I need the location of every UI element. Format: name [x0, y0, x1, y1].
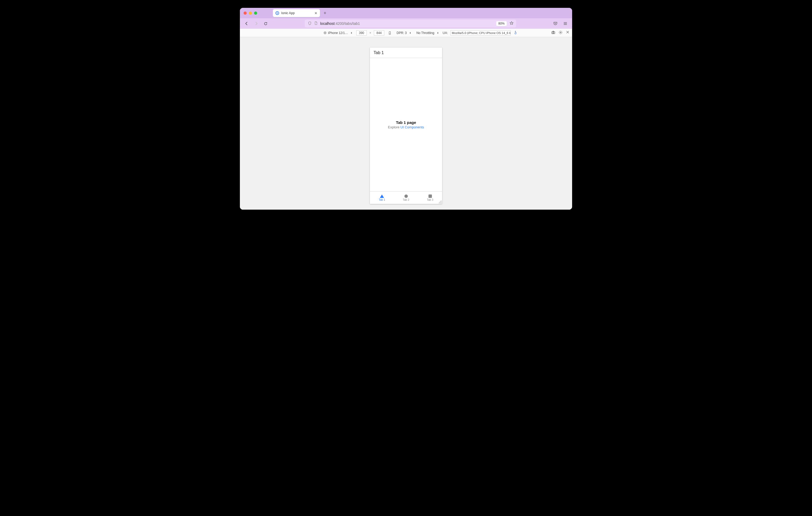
ua-label: UA: [443, 31, 448, 35]
close-tab-button[interactable]: ✕ [314, 11, 317, 15]
close-window-button[interactable] [243, 11, 247, 14]
window-controls [243, 11, 257, 14]
page-icon [314, 22, 318, 26]
touch-simulation-button[interactable] [513, 31, 517, 35]
address-bar: localhost:4200/tabs/tab1 80% [240, 18, 572, 29]
reload-button[interactable] [261, 19, 270, 28]
minimize-window-button[interactable] [249, 11, 252, 14]
device-frame: Tab 1 Tab 1 page Explore UI Components T… [370, 48, 442, 204]
gear-icon [558, 30, 563, 34]
tab-label: Tab 2 [403, 199, 409, 201]
close-rd-button[interactable] [566, 30, 570, 35]
page-heading: Tab 1 page [396, 120, 416, 125]
dimension-separator: × [369, 31, 371, 35]
shield-icon [308, 22, 312, 26]
circle-icon [404, 194, 408, 198]
bookmark-star-icon[interactable] [510, 21, 514, 26]
responsive-design-toolbar: iPhone 12/1… ▲▼ 390 × 844 DPR: 3 ▲▼ No T… [240, 29, 572, 37]
explore-line: Explore UI Components [388, 125, 424, 129]
device-status-icon [324, 31, 326, 34]
tab-strip: Ionic App ✕ + [240, 8, 572, 18]
rotate-icon [388, 31, 392, 35]
rd-settings-button[interactable] [558, 30, 563, 35]
ion-tab-bar: Tab 1 Tab 2 Tab 3 [370, 191, 442, 204]
device-select[interactable]: iPhone 12/1… ▲▼ [322, 30, 354, 35]
tab-label: Tab 1 [379, 199, 385, 201]
ion-header: Tab 1 [370, 48, 442, 58]
dpr-label: DPR: 3 [397, 31, 407, 35]
back-button[interactable] [242, 19, 251, 28]
forward-button[interactable] [252, 19, 260, 28]
svg-point-3 [560, 32, 561, 33]
touch-icon [513, 31, 517, 34]
viewport-width-input[interactable]: 390 [356, 30, 367, 35]
zoom-indicator[interactable]: 80% [496, 21, 507, 26]
dpr-select[interactable]: DPR: 3 ▲▼ [395, 30, 412, 35]
explore-prefix: Explore [388, 125, 401, 129]
ui-components-link[interactable]: UI Components [401, 125, 424, 129]
reload-icon [264, 22, 268, 26]
arrow-left-icon [244, 22, 249, 26]
ionic-favicon-icon [276, 11, 279, 15]
maximize-window-button[interactable] [254, 11, 257, 14]
viewport-area: Tab 1 Tab 1 page Explore UI Components T… [240, 37, 572, 210]
device-name: iPhone 12/1… [328, 31, 348, 35]
browser-window: Ionic App ✕ + localhost:4200/tabs/tab1 8… [240, 8, 572, 210]
throttling-select[interactable]: No Throttling ▲▼ [415, 30, 440, 35]
url-box[interactable]: localhost:4200/tabs/tab1 80% [305, 20, 516, 27]
app-menu-button[interactable] [561, 19, 570, 28]
tab-2[interactable]: Tab 2 [394, 192, 418, 204]
resize-handle[interactable] [439, 201, 442, 204]
ion-content: Tab 1 page Explore UI Components [370, 58, 442, 191]
throttling-label: No Throttling [416, 31, 434, 35]
tab-label: Tab 3 [427, 199, 433, 201]
triangle-icon [380, 194, 384, 198]
square-icon [429, 194, 432, 198]
browser-tab-title: Ionic App [281, 11, 295, 15]
tab-1[interactable]: Tab 1 [370, 192, 394, 204]
pocket-icon [553, 22, 557, 26]
svg-point-2 [553, 32, 554, 33]
svg-rect-0 [389, 31, 390, 34]
new-tab-button[interactable]: + [324, 10, 326, 16]
arrow-right-icon [254, 22, 258, 26]
page-title: Tab 1 [374, 51, 384, 55]
camera-icon [551, 30, 555, 34]
pocket-button[interactable] [551, 19, 559, 28]
hamburger-icon [563, 22, 568, 26]
close-icon [566, 30, 570, 34]
browser-tab[interactable]: Ionic App ✕ [273, 9, 320, 17]
user-agent-input[interactable]: Mozilla/5.0 (iPhone; CPU iPhone OS 14_6 … [451, 30, 511, 35]
screenshot-button[interactable] [551, 30, 555, 35]
viewport-height-input[interactable]: 844 [374, 30, 384, 35]
url-text: localhost:4200/tabs/tab1 [320, 22, 360, 26]
rotate-button[interactable] [387, 29, 393, 37]
